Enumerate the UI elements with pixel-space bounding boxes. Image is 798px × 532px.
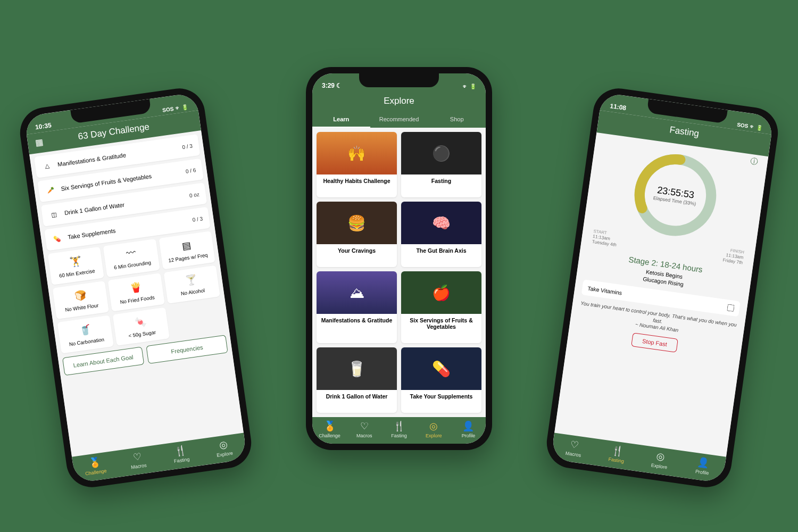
tabbar-item-fasting[interactable]: 🍴 Fasting — [594, 442, 639, 466]
tabbar-item-explore[interactable]: ◎ Explore — [417, 420, 451, 438]
tab-shop[interactable]: Shop — [428, 112, 486, 128]
page-title: Explore — [318, 96, 480, 106]
tile-icon: 🏋 — [69, 255, 82, 268]
tile-icon: 🍸 — [185, 273, 198, 287]
tabbar-label: Explore — [426, 433, 442, 438]
explore-card[interactable]: 🥛 Drink 1 Gallon of Water — [317, 347, 397, 413]
card-title: Healthy Habits Challenge — [317, 174, 397, 187]
tabbar-label: Fasting — [391, 433, 407, 438]
explore-card[interactable]: 🍎 Six Servings of Fruits & Vegetables — [401, 271, 481, 343]
explore-icon: ◎ — [201, 436, 246, 453]
tabbar-item-profile[interactable]: 👤 Profile — [680, 454, 726, 478]
tabbar-label: Profile — [695, 469, 709, 476]
macros-icon: ♡ — [115, 448, 160, 466]
habit-count: 0 / 3 — [182, 143, 193, 150]
tabbar-label: Explore — [217, 451, 234, 458]
profile-icon: 👤 — [451, 420, 486, 432]
tabbar-label: Explore — [651, 462, 668, 470]
stage-desc: Ketosis Begins Glucagon Rising — [643, 268, 685, 288]
stop-fast-button[interactable]: Stop Fast — [631, 333, 678, 353]
tabbar-label: Profile — [462, 433, 476, 438]
explore-icon: ◎ — [417, 420, 451, 432]
tabbar-item-fasting[interactable]: 🍴 Fasting — [158, 442, 203, 466]
card-title: Six Servings of Fruits & Vegetables — [401, 314, 481, 333]
fasting-icon: 🍴 — [381, 420, 416, 432]
tile-icon: 🍞 — [73, 289, 87, 302]
tabbar: 🏅 Challenge ♡ Macros 🍴 Fasting ◎ Explore… — [312, 417, 486, 444]
fasting-icon: 🍴 — [595, 442, 640, 460]
habit-tile[interactable]: 🏋 60 Min Exercise — [48, 247, 105, 285]
tile-icon: 🍬 — [134, 315, 147, 329]
task-checkbox[interactable] — [727, 304, 735, 312]
calendar-icon[interactable]: ▦ — [35, 137, 44, 148]
tile-label: 12 Pages w/ Freq — [168, 252, 208, 263]
habit-icon: 🥕 — [45, 184, 57, 196]
tabbar-item-macros[interactable]: ♡ Macros — [552, 436, 597, 460]
status-time: 11:08 — [610, 102, 627, 112]
explore-card[interactable]: ⛰ Manifestations & Gratitude — [317, 271, 397, 343]
card-image: 💊 — [401, 347, 481, 390]
explore-tabs: LearnRecommendedShop — [312, 112, 486, 128]
habit-tile[interactable]: 〰 6 Min Grounding — [103, 239, 160, 277]
tabbar-item-profile[interactable]: 👤 Profile — [451, 420, 486, 438]
card-title: Drink 1 Gallon of Water — [317, 390, 397, 403]
tile-label: No White Flour — [65, 302, 99, 313]
challenge-content: △ Manifestations & Gratitude 0 / 3 🥕 Six… — [29, 130, 244, 457]
phone-fasting: 11:08 SOS ᯤ 🔋 Fasting ⓘ 23:55:53 Elapsed… — [544, 85, 782, 491]
tab-recommended[interactable]: Recommended — [370, 112, 428, 128]
tabbar-item-explore[interactable]: ◎ Explore — [201, 436, 246, 460]
info-icon[interactable]: ⓘ — [750, 156, 759, 167]
card-image: 🧠 — [401, 202, 481, 244]
tile-label: 60 Min Exercise — [59, 268, 95, 278]
card-image: 🥛 — [317, 347, 397, 390]
tab-learn[interactable]: Learn — [312, 112, 370, 128]
finish-block: FINISH 11:13am Friday 7th — [722, 247, 744, 265]
card-image: 🍔 — [317, 202, 397, 244]
status-time: 10:35 — [35, 121, 52, 131]
tabbar-item-challenge[interactable]: 🏅 Challenge — [312, 420, 347, 438]
habit-tile[interactable]: ▤ 12 Pages w/ Freq — [159, 231, 215, 269]
card-image: ⚫ — [401, 132, 481, 174]
tabbar-item-macros[interactable]: ♡ Macros — [115, 448, 161, 472]
macros-icon: ♡ — [347, 420, 381, 432]
tabbar-item-challenge[interactable]: 🏅 Challenge — [72, 454, 118, 478]
challenge-icon: 🏅 — [72, 454, 117, 471]
phone-explore: 3:29 ☾ ᯤ 🔋 Explore LearnRecommendedShop … — [306, 67, 492, 450]
habit-tile[interactable]: 🍞 No White Flour — [53, 281, 110, 319]
card-title: Fasting — [401, 174, 481, 187]
header: Explore — [312, 92, 486, 112]
tabbar-label: Fasting — [608, 456, 625, 464]
explore-card[interactable]: 💊 Take Your Supplements — [401, 347, 481, 413]
habit-count: 0 / 3 — [192, 215, 203, 223]
card-title: Take Your Supplements — [401, 390, 481, 403]
fasting-icon: 🍴 — [158, 442, 203, 460]
habit-icon: ◫ — [48, 209, 60, 221]
tabbar-item-explore[interactable]: ◎ Explore — [637, 448, 683, 472]
status-right: ᯤ 🔋 — [463, 84, 476, 89]
tile-icon: 🍟 — [129, 281, 143, 295]
tile-icon: ▤ — [181, 239, 192, 252]
tile-label: 6 Min Grounding — [113, 260, 151, 271]
start-block: START 11:13am Tuesday 4th — [592, 229, 618, 247]
card-title: Your Cravings — [317, 244, 397, 257]
card-image: ⛰ — [317, 271, 397, 314]
habit-tile[interactable]: 🍸 No Alcohol — [163, 265, 220, 304]
challenge-icon: 🏅 — [312, 420, 347, 432]
tabbar-label: Macros — [356, 433, 372, 438]
tabbar-item-fasting[interactable]: 🍴 Fasting — [381, 420, 416, 438]
habit-tile[interactable]: 🍟 No Fried Foods — [108, 273, 165, 311]
explore-card[interactable]: 🧠 The Gut Brain Axis — [401, 202, 481, 267]
explore-grid[interactable]: 🙌 Healthy Habits Challenge ⚫ Fasting 🍔 Y… — [312, 128, 486, 417]
tabbar-label: Macros — [131, 462, 147, 470]
habit-icon: △ — [41, 160, 53, 172]
explore-card[interactable]: 🙌 Healthy Habits Challenge — [317, 132, 397, 197]
macros-icon: ♡ — [552, 436, 597, 453]
tabbar-label: Fasting — [173, 456, 190, 464]
profile-icon: 👤 — [681, 454, 726, 471]
explore-card[interactable]: 🍔 Your Cravings — [317, 202, 397, 267]
tile-label: No Fried Foods — [120, 294, 155, 305]
explore-card[interactable]: ⚫ Fasting — [401, 132, 481, 197]
fasting-content: ⓘ 23:55:53 Elapsed Time (33%) START 11:1… — [554, 132, 768, 457]
fasting-ring: 23:55:53 Elapsed Time (33%) — [627, 147, 724, 243]
tabbar-item-macros[interactable]: ♡ Macros — [347, 420, 381, 438]
